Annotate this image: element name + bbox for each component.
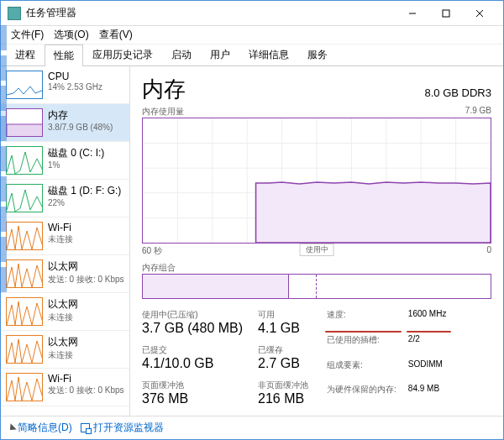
sidebar-item-name: 磁盘 0 (C: I:) [48, 146, 104, 160]
stat-value: 4.1/10.0 GB [142, 356, 243, 371]
net-sparkline-icon [6, 259, 43, 288]
sidebar-item-net-8[interactable]: Wi-Fi发送: 0 接收: 0 Kbps [1, 369, 129, 406]
disk-sparkline-icon [6, 146, 43, 175]
page-title: 内存 [142, 75, 186, 104]
chart-x-left: 60 秒 [142, 245, 162, 257]
sidebar-item-name: Wi-Fi [48, 373, 124, 385]
sidebar-item-name: CPU [48, 71, 102, 82]
composition-inuse [143, 275, 289, 298]
open-resource-monitor-link[interactable]: 打开资源监视器 [81, 421, 164, 435]
memory-composition-chart [142, 274, 491, 299]
composition-label: 内存组合 [142, 262, 491, 274]
tab-startup[interactable]: 启动 [162, 44, 201, 65]
stat-value: 2.7 GB [258, 356, 308, 371]
chart-max: 7.9 GB [465, 106, 491, 118]
sidebar: CPU14% 2.53 GHz内存3.8/7.9 GB (48%)磁盘 0 (C… [1, 66, 130, 416]
stat-key-form: 组成要素: [327, 359, 396, 382]
titlebar: 任务管理器 [1, 1, 503, 26]
menu-options[interactable]: 选项(O) [50, 28, 92, 42]
sidebar-item-net-6[interactable]: 以太网未连接 [1, 293, 129, 331]
tab-app-history[interactable]: 应用历史记录 [83, 44, 162, 65]
stat-value: 376 MB [142, 391, 243, 406]
maximize-button[interactable] [429, 3, 463, 24]
content: CPU14% 2.53 GHz内存3.8/7.9 GB (48%)磁盘 0 (C… [1, 66, 503, 416]
sidebar-item-name: Wi-Fi [48, 222, 73, 233]
sidebar-item-sub: 未连接 [48, 312, 78, 323]
sidebar-item-sub: 22% [48, 198, 121, 207]
sidebar-item-name: 内存 [48, 108, 113, 123]
footer: 简略信息(D) 打开资源监视器 [1, 416, 503, 439]
net-sparkline-icon [6, 335, 43, 364]
sidebar-item-sub: 未连接 [48, 233, 73, 245]
window-title: 任务管理器 [26, 6, 396, 20]
sidebar-item-disk-3[interactable]: 磁盘 1 (D: F: G:)22% [1, 180, 129, 217]
sidebar-item-sub: 发送: 0 接收: 0 Kbps [48, 274, 124, 285]
menu-view[interactable]: 查看(V) [96, 28, 136, 42]
resource-monitor-icon [81, 423, 90, 432]
sidebar-item-name: 以太网 [48, 297, 78, 312]
task-manager-window: 任务管理器 文件(F) 选项(O) 查看(V) 进程 性能 应用历史记录 启动 … [0, 0, 504, 440]
menubar: 文件(F) 选项(O) 查看(V) [1, 26, 503, 45]
minimize-button[interactable] [396, 3, 429, 24]
stat-label: 页面缓冲池 [142, 380, 243, 391]
svg-rect-1 [443, 10, 449, 17]
net-sparkline-icon [6, 222, 43, 250]
sidebar-item-sub: 14% 2.53 GHz [48, 82, 102, 92]
sidebar-item-name: 磁盘 1 (D: F: G:) [48, 184, 121, 198]
stat-label: 已缓存 [258, 344, 308, 356]
stat-label: 使用中(已压缩) [142, 309, 243, 321]
stat-label: 非页面缓冲池 [258, 380, 308, 391]
memory-spec: 8.0 GB DDR3 [425, 86, 491, 99]
mem-sparkline-icon [6, 108, 43, 137]
sidebar-item-name: 以太网 [48, 335, 78, 349]
menu-file[interactable]: 文件(F) [8, 28, 47, 42]
composition-modified [289, 275, 317, 298]
sidebar-item-cpu-0[interactable]: CPU14% 2.53 GHz [1, 66, 129, 104]
stat-value: 4.1 GB [258, 321, 308, 336]
sidebar-item-net-4[interactable]: Wi-Fi未连接 [1, 217, 129, 255]
resource-monitor-label: 打开资源监视器 [93, 421, 164, 435]
stat-key-speed: 速度: [327, 309, 396, 332]
stat-key-slots: 已使用的插槽: [327, 334, 396, 357]
chart-x-right: 0 [486, 245, 491, 257]
sidebar-item-mem-1[interactable]: 内存3.8/7.9 GB (48%) [1, 104, 129, 142]
svg-rect-4 [7, 124, 42, 136]
stat-label: 可用 [258, 309, 308, 321]
net-sparkline-icon [6, 373, 43, 401]
sidebar-item-sub: 1% [48, 160, 104, 170]
stats-right: 速度:1600 MHz 已使用的插槽:2/2 组成要素:SODIMM 为硬件保留… [327, 309, 446, 406]
app-icon [8, 7, 21, 20]
main-panel: 内存 8.0 GB DDR3 内存使用量 7.9 GB 60 秒 使用中 [130, 66, 503, 416]
stats-left: 使用中(已压缩)3.7 GB (480 MB) 可用4.1 GB 已提交4.1/… [142, 309, 308, 406]
memory-usage-chart [142, 118, 491, 244]
sidebar-item-net-5[interactable]: 以太网发送: 0 接收: 0 Kbps [1, 255, 129, 293]
tab-users[interactable]: 用户 [201, 44, 239, 65]
tab-performance[interactable]: 性能 [45, 45, 83, 66]
chart-inuse-label: 使用中 [300, 244, 334, 256]
tab-processes[interactable]: 进程 [6, 44, 45, 65]
fewer-details-label: 简略信息(D) [18, 421, 72, 435]
tab-services[interactable]: 服务 [298, 44, 337, 65]
sidebar-item-sub: 发送: 0 接收: 0 Kbps [48, 385, 124, 396]
sidebar-item-disk-2[interactable]: 磁盘 0 (C: I:)1% [1, 142, 129, 180]
stat-label: 已提交 [142, 344, 243, 356]
sidebar-item-net-7[interactable]: 以太网未连接 [1, 331, 129, 369]
tabs: 进程 性能 应用历史记录 启动 用户 详细信息 服务 [1, 45, 503, 66]
stats-area: 使用中(已压缩)3.7 GB (480 MB) 可用4.1 GB 已提交4.1/… [142, 309, 491, 406]
net-sparkline-icon [6, 297, 43, 326]
stat-val-speed: 1600 MHz [408, 309, 447, 332]
stat-val-reserved: 84.9 MB [408, 384, 447, 406]
cpu-sparkline-icon [6, 71, 43, 99]
chevron-down-icon [7, 423, 16, 432]
close-button[interactable] [463, 3, 496, 24]
tab-details[interactable]: 详细信息 [239, 44, 298, 65]
sidebar-item-sub: 未连接 [48, 349, 78, 361]
sidebar-item-sub: 3.8/7.9 GB (48%) [48, 123, 113, 132]
stat-value: 216 MB [258, 391, 308, 406]
disk-sparkline-icon [6, 184, 43, 212]
sidebar-item-name: 以太网 [48, 259, 124, 274]
stat-key-reserved: 为硬件保留的内存: [327, 384, 396, 406]
chart-label: 内存使用量 [142, 106, 184, 118]
fewer-details-button[interactable]: 简略信息(D) [9, 421, 72, 435]
stat-value: 3.7 GB (480 MB) [142, 321, 243, 336]
